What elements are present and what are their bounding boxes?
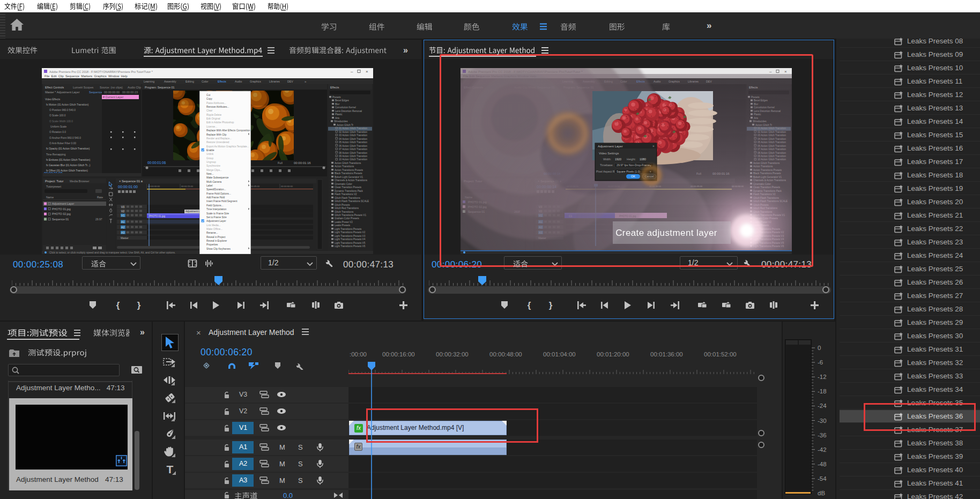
svg-text:Export As Motion Graphics Temp: Export As Motion Graphics Template...	[206, 145, 249, 148]
svg-text:Tutorpreset: Tutorpreset	[46, 185, 61, 188]
svg-text:Audio Clip: Audio Clip	[128, 86, 141, 89]
svg-text:Adjustment Layer: Adjustment Layer	[52, 202, 74, 205]
svg-text:02 Action Glitch Transition: 02 Action Glitch Transition	[339, 131, 368, 133]
svg-text:Shreducides: Shreducides	[334, 120, 348, 123]
svg-text:Light Transitions Presets V4: Light Transitions Presets V4	[335, 238, 366, 241]
svg-text:O Anti-flicker Filter 0.00: O Anti-flicker Filter 0.00	[49, 142, 76, 145]
svg-text:PHOTO 02.jpg: PHOTO 02.jpg	[52, 212, 71, 215]
svg-text:09 Action Glitch Transition: 09 Action Glitch Transition	[339, 155, 368, 158]
svg-text:Merge Clips...: Merge Clips...	[206, 169, 222, 172]
svg-text:Effect Controls: Effect Controls	[45, 86, 64, 89]
svg-text:Glitch Transitions: Glitch Transitions	[335, 211, 354, 213]
svg-text:Replace With Clip: Replace With Clip	[206, 133, 227, 136]
svg-text:Full: Full	[278, 161, 283, 165]
svg-text:License...: License...	[206, 125, 217, 128]
svg-text:Effects: Effects	[330, 86, 339, 89]
svg-text:Dynamic Transitions Pack: Dynamic Transitions Pack	[335, 190, 363, 192]
svg-text:Name: Name	[46, 196, 54, 199]
svg-text:T: T	[167, 463, 174, 475]
svg-text:07 Action Glitch Transition: 07 Action Glitch Transition	[339, 148, 368, 151]
svg-text:Rename...: Rename...	[206, 232, 218, 234]
svg-text:01 Action Glitch Transition: 01 Action Glitch Transition	[339, 127, 368, 130]
svg-text:O Scale 100.0: O Scale 100.0	[49, 114, 66, 117]
svg-text:29.97: 29.97	[95, 218, 102, 221]
svg-text:Action Transitions Presets: Action Transitions Presets	[335, 169, 363, 172]
svg-text:fx Motion (01 Action Glitch T: fx Motion (01 Action Glitch Transition)	[46, 103, 89, 106]
svg-text:Cinematic Color: Cinematic Color	[335, 183, 352, 185]
svg-text:Group: Group	[206, 157, 213, 160]
svg-text:Leaks Preset V2: Leaks Preset V2	[335, 221, 353, 224]
svg-text:Video Effects: Video Effects	[45, 98, 61, 101]
svg-text:Nest...: Nest...	[206, 173, 214, 175]
svg-text:Light Transitions Presets V3: Light Transitions Presets V3	[335, 235, 366, 237]
svg-text:Unlink: Unlink	[206, 153, 214, 155]
svg-text:00:00:01:06: 00:00:01:06	[147, 161, 166, 165]
svg-text:Properties: Properties	[206, 243, 218, 246]
svg-text:Graham Color Presets: Graham Color Presets	[335, 217, 359, 220]
svg-text:O Rotation 0.0: O Rotation 0.0	[49, 131, 66, 133]
svg-text:-18: -18	[818, 388, 827, 394]
svg-text:PHOTO 01.jpg: PHOTO 01.jpg	[149, 215, 165, 218]
svg-text:Light Transitions Presets: Light Transitions Presets	[335, 228, 362, 230]
svg-text:-6: -6	[818, 359, 823, 366]
svg-text:-24: -24	[818, 403, 827, 409]
svg-text:Leaks Presets: Leaks Presets	[335, 224, 351, 227]
svg-text:Plastic: Plastic	[335, 113, 343, 116]
svg-text:# Current Layer: # Current Layer	[103, 95, 123, 99]
svg-text:fx Emboss (01 Action Glitch Tr: fx Emboss (01 Action Glitch Transition)	[46, 159, 91, 161]
svg-text:Multi-Camera: Multi-Camera	[206, 181, 222, 183]
svg-text:Project: Tutor: Project: Tutor	[45, 180, 64, 183]
svg-text:00:00:00:00: 00:00:00:00	[148, 185, 160, 188]
svg-text:Rate: Rate	[97, 196, 103, 199]
svg-text:Restore Unrendered: Restore Unrendered	[206, 141, 229, 144]
svg-text:fx Gaussian Blur (01 Action Gl: fx Gaussian Blur (01 Action Glitch Tr...…	[46, 164, 91, 167]
svg-text:Action Transitions: Action Transitions	[335, 165, 354, 168]
svg-text:Edit Original: Edit Original	[206, 117, 220, 120]
svg-text:Convolution Kernel: Convolution Kernel	[335, 106, 356, 109]
svg-text:Glitch Transitions Presets V1: Glitch Transitions Presets V1	[335, 214, 366, 217]
svg-text:V3: V3	[121, 206, 124, 208]
svg-text:Link Media...: Link Media...	[206, 224, 221, 227]
svg-text:Channels & Action Transitions: Channels & Action Transitions	[335, 179, 368, 182]
svg-text:Edit in Adobe Photoshop: Edit in Adobe Photoshop	[206, 121, 234, 124]
svg-text:Render and Replace...: Render and Replace...	[206, 137, 232, 140]
svg-text:Learning: Learning	[144, 80, 154, 83]
svg-text:Libraries: Libraries	[269, 80, 280, 83]
svg-text:}: }	[137, 301, 141, 310]
svg-text:-48: -48	[818, 461, 827, 467]
svg-text:V1: V1	[121, 214, 124, 217]
svg-text:Replace With After Effects Com: Replace With After Effects Composition	[206, 129, 250, 132]
svg-text:Action Glitch Tr: Action Glitch Tr	[337, 124, 354, 126]
svg-text:Audio: Audio	[235, 80, 242, 83]
svg-text:Light Transitions Presets V6: Light Transitions Presets V6	[335, 245, 366, 248]
svg-text:Add Frame Hold: Add Frame Hold	[206, 196, 225, 199]
svg-text:00:00:01:16: 00:00:01:16	[294, 161, 311, 165]
svg-text:O Position 960.0 54: O Position 960.0 540.0	[49, 109, 76, 111]
svg-text:0: 0	[818, 345, 821, 351]
svg-text:DEV: DEV	[287, 80, 293, 83]
svg-text:A2: A2	[121, 226, 124, 229]
svg-text:Black Transitions Presets: Black Transitions Presets	[335, 172, 362, 175]
svg-text:Adobe Premiere Pro CC 2018 - F: Adobe Premiere Pro CC 2018 - F:\MOTYONAR…	[49, 70, 153, 73]
svg-text:Reveal in Project: Reveal in Project	[206, 236, 226, 239]
svg-text:Synchronize: Synchronize	[206, 165, 220, 167]
svg-text:Uniform Scale: Uniform Scale	[50, 125, 66, 128]
svg-text:Flash Transitions V2: Flash Transitions V2	[335, 193, 357, 196]
svg-text:05 Action Glitch Transition: 05 Action Glitch Transition	[339, 141, 368, 144]
svg-text:{: {	[116, 301, 120, 310]
svg-text:-12: -12	[818, 374, 827, 380]
svg-text:Adjustment Layer: Adjustment Layer	[206, 220, 226, 222]
svg-text:A3: A3	[121, 232, 124, 234]
svg-text:Editing: Editing	[185, 80, 194, 83]
svg-text:Light Transitions Presets V2: Light Transitions Presets V2	[335, 231, 366, 234]
svg-text:Time Remapping: Time Remapping	[46, 153, 66, 156]
svg-text:Color: Color	[202, 80, 209, 83]
svg-text:Glitch Presets: Glitch Presets	[335, 204, 350, 206]
svg-text:Glitch Red Transitions: Glitch Red Transitions	[335, 207, 359, 210]
svg-text:Program: Sequence 01: Program: Sequence 01	[145, 86, 174, 89]
svg-text:06 Action Glitch Transition: 06 Action Glitch Transition	[339, 145, 368, 147]
svg-text:Make Offline...: Make Offline...	[206, 228, 222, 230]
svg-text:Glitch Flash Transitions SCALE: Glitch Flash Transitions SCALE	[335, 200, 369, 203]
svg-text:Label: Label	[206, 184, 212, 187]
svg-text:Frame Hold Options...: Frame Hold Options...	[206, 192, 231, 195]
